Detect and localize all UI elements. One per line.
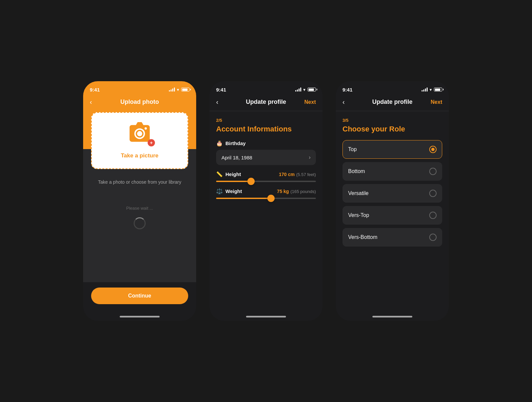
height-value-display: 170 cm (5.57 feet) — [279, 171, 316, 177]
signal-icon-2 — [295, 88, 301, 92]
birthday-label: 🎂 Birthday — [216, 140, 316, 146]
status-bar-1: 9:41 ▾ — [83, 81, 196, 96]
height-label-row: 📏 Height 170 cm (5.57 feet) — [216, 171, 316, 177]
weight-icon: ⚖️ — [216, 188, 223, 194]
phone3-nav: ‹ Update profile Next — [342, 99, 442, 105]
wifi-icon-1: ▾ — [177, 87, 179, 92]
back-button-1[interactable]: ‹ — [90, 98, 92, 106]
height-value: 170 cm — [279, 172, 295, 177]
phone1-body: Take a photo or choose from your library… — [83, 169, 196, 282]
height-slider-fill — [216, 181, 251, 182]
wifi-icon-3: ▾ — [430, 87, 432, 92]
loading-spinner — [134, 217, 146, 229]
birthday-field: 🎂 Birthday April 18, 1988 › — [216, 140, 316, 165]
status-icons-1: ▾ — [169, 87, 190, 92]
phone2-header: ‹ Update profile Next — [209, 96, 323, 111]
chevron-right-icon: › — [309, 154, 311, 160]
photo-hint: Take a photo or choose from your library — [98, 179, 182, 186]
svg-point-1 — [137, 131, 142, 136]
height-slider-track[interactable] — [216, 181, 316, 182]
step-indicator-2: 2/5 — [216, 118, 316, 123]
home-indicator-3 — [372, 316, 412, 317]
radio-vers-bottom — [429, 234, 437, 241]
role-label-vers-top: Vers-Top — [348, 212, 369, 218]
loading-area: Please wait ... — [126, 196, 153, 229]
birthday-icon: 🎂 — [216, 140, 223, 146]
role-option-bottom[interactable]: Bottom — [342, 162, 442, 181]
battery-icon-3 — [434, 88, 442, 92]
phone1-header-bg: ‹ Upload photo — [83, 96, 196, 105]
upload-area-section: + Take a picture — [83, 105, 196, 169]
phone3-header: ‹ Update profile Next — [336, 96, 449, 111]
phone-2: 9:41 ▾ ‹ Update profile Next — [209, 81, 323, 321]
status-icons-3: ▾ — [422, 87, 442, 92]
role-option-top[interactable]: Top — [342, 140, 442, 159]
height-unit: (5.57 feet) — [296, 172, 316, 177]
weight-label: ⚖️ Weight — [216, 188, 242, 194]
birthday-selector[interactable]: April 18, 1988 › — [216, 150, 316, 165]
weight-value: 75 kg — [277, 189, 289, 194]
next-button-2[interactable]: Next — [304, 99, 316, 105]
phone-1: 9:41 ▾ ‹ Upload photo — [83, 81, 196, 321]
phone1-title: Upload photo — [120, 99, 159, 105]
status-time-3: 9:41 — [342, 87, 352, 93]
phone3-title: Update profile — [372, 99, 412, 105]
role-label-top: Top — [348, 146, 357, 152]
phone1-footer: Continue — [83, 282, 196, 321]
plus-badge: + — [148, 139, 155, 146]
back-button-2[interactable]: ‹ — [216, 98, 218, 106]
status-bar-2: 9:41 ▾ — [209, 81, 323, 96]
height-label: 📏 Height — [216, 171, 241, 177]
weight-label-row: ⚖️ Weight 75 kg (165 pounds) — [216, 188, 316, 194]
weight-slider-fill — [216, 198, 271, 199]
weight-slider-track[interactable] — [216, 198, 316, 199]
signal-icon-1 — [169, 88, 175, 92]
role-label-bottom: Bottom — [348, 168, 365, 174]
please-wait-text: Please wait ... — [126, 206, 153, 211]
section-title-3: Choose your Role — [342, 125, 442, 133]
role-option-versatile[interactable]: Versatile — [342, 184, 442, 203]
radio-bottom — [429, 168, 437, 175]
home-indicator-2 — [246, 316, 286, 317]
birthday-value: April 18, 1988 — [221, 155, 252, 160]
weight-field: ⚖️ Weight 75 kg (165 pounds) — [216, 188, 316, 199]
phones-container: 9:41 ▾ ‹ Upload photo — [83, 81, 449, 321]
status-time-1: 9:41 — [90, 87, 100, 93]
weight-slider-thumb[interactable] — [267, 195, 275, 202]
phone3-body: 3/5 Choose your Role Top Bottom — [336, 111, 449, 321]
weight-value-display: 75 kg (165 pounds) — [277, 188, 316, 194]
phone2-nav: ‹ Update profile Next — [216, 99, 316, 105]
section-title-2: Account Informations — [216, 125, 316, 133]
battery-icon-2 — [308, 88, 316, 92]
wifi-icon-2: ▾ — [303, 87, 306, 92]
height-field: 📏 Height 170 cm (5.57 feet) — [216, 171, 316, 182]
svg-point-2 — [145, 127, 147, 130]
upload-dropzone[interactable]: + Take a picture — [91, 112, 188, 169]
status-icons-2: ▾ — [295, 87, 316, 92]
next-button-3[interactable]: Next — [431, 99, 442, 105]
phone2-body: 2/5 Account Informations 🎂 Birthday Apri… — [209, 111, 323, 321]
phone-3: 9:41 ▾ ‹ Update profile Next — [336, 81, 449, 321]
phone2-title: Update profile — [246, 99, 286, 105]
take-picture-label: Take a picture — [121, 152, 158, 159]
role-option-vers-top[interactable]: Vers-Top — [342, 206, 442, 225]
home-indicator-1 — [120, 316, 160, 317]
phone1-nav: ‹ Upload photo — [90, 99, 190, 105]
height-slider-thumb[interactable] — [247, 178, 255, 185]
step-indicator-3: 3/5 — [342, 118, 442, 123]
role-option-vers-bottom[interactable]: Vers-Bottom — [342, 228, 442, 247]
role-options-list: Top Bottom Versatile — [342, 140, 442, 247]
status-time-2: 9:41 — [216, 87, 226, 93]
radio-vers-top — [429, 212, 437, 219]
weight-unit: (165 pounds) — [290, 189, 316, 194]
battery-icon-1 — [181, 88, 190, 92]
continue-button[interactable]: Continue — [91, 288, 188, 304]
back-button-3[interactable]: ‹ — [342, 98, 345, 106]
radio-top — [429, 146, 437, 153]
status-bar-3: 9:41 ▾ — [336, 81, 449, 96]
radio-versatile — [429, 190, 437, 197]
signal-icon-3 — [422, 88, 428, 92]
ruler-icon: 📏 — [216, 171, 223, 177]
role-label-vers-bottom: Vers-Bottom — [348, 234, 377, 240]
camera-icon-wrapper: + — [126, 122, 153, 145]
